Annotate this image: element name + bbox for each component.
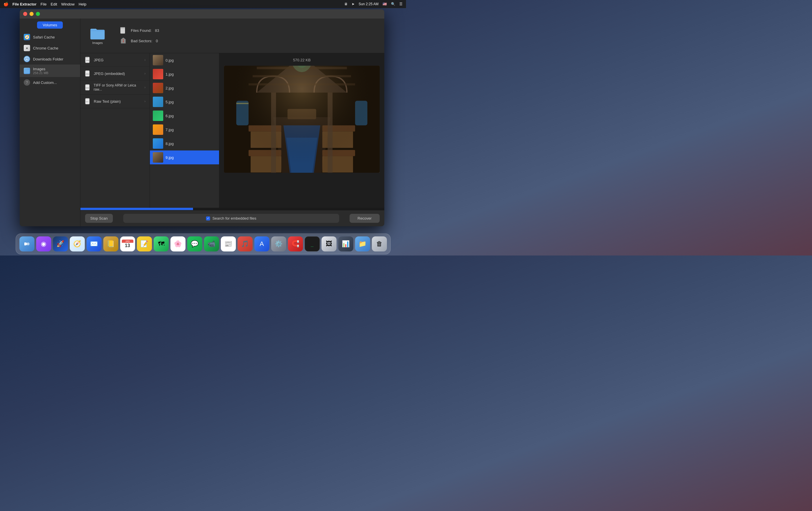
- sidebar-item-images[interactable]: Images 258.21 MB: [20, 64, 80, 77]
- file-type-tiff-raw[interactable]: RAW TIFF or Sony ARW or Leica raw... ›: [81, 81, 150, 95]
- file-item-7[interactable]: 7.jpg: [150, 123, 219, 137]
- dock-calendar[interactable]: JAN 13: [120, 236, 135, 251]
- file-type-jpeg-embedded[interactable]: JPEG JPEG (embedded) ›: [81, 67, 150, 81]
- stop-scan-button[interactable]: Stop Scan: [85, 214, 113, 223]
- menu-file[interactable]: File: [40, 2, 47, 6]
- file-item-8[interactable]: 8.jpg: [150, 137, 219, 150]
- close-button[interactable]: [23, 12, 27, 16]
- file-name-1: 1.jpg: [166, 72, 174, 77]
- dock-messages[interactable]: 💬: [187, 236, 202, 251]
- sidebar-item-safari-cache[interactable]: 🧭 Safari Cache: [20, 32, 80, 42]
- images-folder-icon: [24, 68, 30, 74]
- folder-label: Images: [92, 41, 103, 44]
- dock-contacts[interactable]: 📒: [103, 236, 118, 251]
- dock-magnet[interactable]: 🧲: [288, 236, 303, 251]
- svg-rect-5: [85, 57, 88, 58]
- safari-cache-label: Safari Cache: [33, 35, 55, 39]
- search-embedded-checkbox[interactable]: ✓: [206, 216, 210, 220]
- svg-text:RAW: RAW: [86, 87, 89, 89]
- folder-icon-large: Images: [87, 27, 108, 44]
- search-embedded-area[interactable]: ✓ Search for embedded files: [123, 214, 339, 223]
- file-item-9[interactable]: 9.jpg: [150, 150, 219, 164]
- sidebar: Volumes 🧭 Safari Cache ● Chrome Cache Do…: [20, 19, 81, 226]
- recover-button[interactable]: Recover: [350, 214, 380, 223]
- files-found-label: Files Found:: [131, 28, 152, 33]
- menu-help[interactable]: Help: [79, 2, 87, 6]
- tiff-raw-label: TIFF or Sony ARW or Leica raw...: [94, 83, 144, 91]
- dock-facetime[interactable]: 📹: [204, 236, 219, 251]
- sidebar-item-add-custom[interactable]: ? Add Custom...: [20, 77, 80, 88]
- jpeg-embedded-left: JPEG JPEG (embedded): [85, 70, 125, 77]
- menu-window[interactable]: Window: [61, 2, 75, 6]
- svg-text:JPEG: JPEG: [86, 60, 90, 61]
- svg-point-3: [123, 39, 124, 40]
- file-item-0[interactable]: 0.jpg: [150, 53, 219, 67]
- bad-sectors-icon: [119, 37, 127, 45]
- file-size-label: 570.22 KB: [293, 58, 311, 62]
- file-name-0: 0.jpg: [166, 58, 174, 62]
- menu-icon[interactable]: ☰: [399, 2, 403, 6]
- svg-rect-45: [24, 242, 26, 245]
- svg-text:JPEG: JPEG: [86, 73, 89, 75]
- svg-point-44: [27, 242, 30, 245]
- dock-news[interactable]: 📰: [221, 236, 236, 251]
- chrome-icon: ●: [24, 45, 30, 51]
- raw-text-chevron: ›: [144, 99, 146, 103]
- sidebar-item-chrome-cache[interactable]: ● Chrome Cache: [20, 42, 80, 54]
- menu-bar-right: 🖥 ➤ Sun 2:25 AM 🇺🇸 🔍 ☰: [344, 2, 403, 6]
- svg-rect-2: [120, 27, 125, 28]
- files-found-value: 83: [155, 28, 159, 33]
- volumes-button[interactable]: Volumes: [37, 22, 63, 29]
- dock-siri[interactable]: ◉: [36, 236, 51, 251]
- images-size: 258.21 MB: [33, 71, 48, 74]
- display-icon[interactable]: 🖥: [344, 2, 348, 6]
- dock-trash[interactable]: 🗑: [372, 236, 387, 251]
- jpeg-chevron: ›: [144, 58, 146, 62]
- dock-safari[interactable]: 🧭: [70, 236, 85, 251]
- dock-preview[interactable]: 🖼: [321, 236, 337, 251]
- file-type-jpeg[interactable]: JPEG JPEG ›: [81, 53, 150, 67]
- traffic-lights: [23, 12, 40, 16]
- maximize-button[interactable]: [36, 12, 40, 16]
- thumb-5: [153, 97, 163, 107]
- bad-sectors-row: Bad Sectors: 0: [119, 37, 159, 45]
- thumb-1: [153, 69, 163, 79]
- search-embedded-label: Search for embedded files: [212, 216, 256, 220]
- add-custom-icon: ?: [24, 79, 30, 86]
- tiff-chevron: ›: [144, 85, 146, 89]
- add-custom-label: Add Custom...: [33, 81, 57, 85]
- file-list-col: 0.jpg 1.jpg 2.jpg 5.jpg: [150, 53, 219, 208]
- menu-file-extractor[interactable]: File Extractor: [12, 2, 36, 6]
- apple-menu[interactable]: 🍎: [3, 2, 8, 6]
- file-item-2[interactable]: 2.jpg: [150, 81, 219, 95]
- file-item-5[interactable]: 5.jpg: [150, 95, 219, 109]
- thumb-7: [153, 124, 163, 135]
- dock-photos[interactable]: 🌸: [170, 236, 185, 251]
- menu-edit[interactable]: Edit: [51, 2, 57, 6]
- svg-rect-41: [224, 66, 380, 173]
- bottom-toolbar: Stop Scan ✓ Search for embedded files Re…: [81, 210, 384, 226]
- search-icon[interactable]: 🔍: [391, 2, 395, 6]
- file-item-6[interactable]: 6.jpg: [150, 109, 219, 123]
- share-icon[interactable]: ➤: [352, 2, 354, 6]
- file-types-col: JPEG JPEG › JPEG JPEG (embedded): [81, 53, 150, 208]
- safari-icon: 🧭: [24, 34, 30, 40]
- dock-terminal[interactable]: _: [305, 236, 320, 251]
- dock-finder[interactable]: [19, 236, 34, 251]
- sidebar-item-downloads-folder[interactable]: Downloads Folder: [20, 54, 80, 64]
- dock-mail[interactable]: ✉️: [87, 236, 102, 251]
- dock-system-prefs[interactable]: ⚙️: [271, 236, 286, 251]
- file-type-raw-text[interactable]: TXT Raw Text (plain) ›: [81, 95, 150, 108]
- menu-bar-left: 🍎 File Extractor File Edit Window Help: [3, 2, 86, 6]
- dock-launchpad[interactable]: 🚀: [53, 236, 68, 251]
- dock-notes[interactable]: 📝: [137, 236, 152, 251]
- dock-appstore[interactable]: A: [254, 236, 269, 251]
- dock-maps[interactable]: 🗺: [154, 236, 169, 251]
- dock-file-extractor[interactable]: 📊: [338, 236, 353, 251]
- minimize-button[interactable]: [30, 12, 34, 16]
- file-name-6: 6.jpg: [166, 114, 174, 118]
- jpeg-embedded-icon: JPEG: [85, 70, 91, 77]
- file-item-1[interactable]: 1.jpg: [150, 67, 219, 81]
- dock-files[interactable]: 📁: [355, 236, 370, 251]
- dock-music[interactable]: 🎵: [238, 236, 253, 251]
